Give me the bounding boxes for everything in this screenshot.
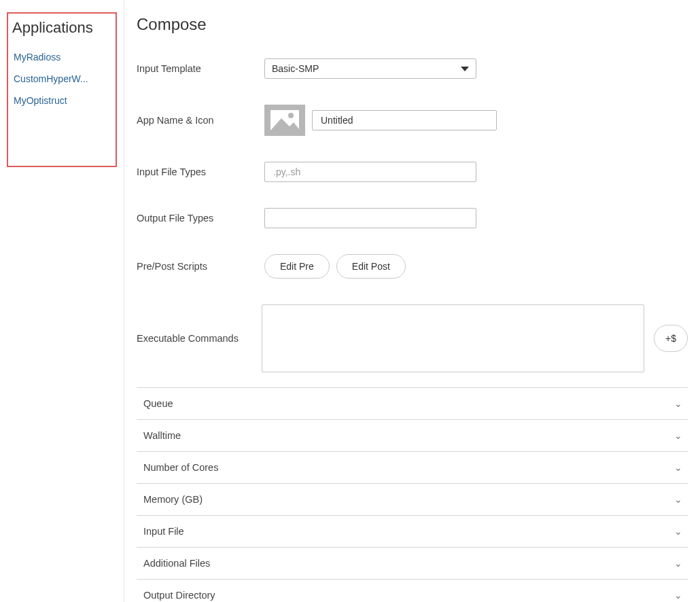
edit-post-button[interactable]: Edit Post [336, 254, 406, 279]
chevron-down-icon: ⌄ [674, 526, 682, 537]
label-commands: Executable Commands [137, 333, 252, 344]
chevron-down-icon: ⌄ [674, 590, 682, 601]
row-output-file-types: Output File Types [137, 208, 688, 228]
add-variable-button[interactable]: +$ [654, 325, 688, 352]
output-file-types-input[interactable] [264, 208, 476, 228]
app-icon-upload[interactable] [264, 105, 305, 136]
accordion-output-directory[interactable]: Output Directory ⌄ [137, 580, 688, 602]
sidebar: Applications MyRadioss CustomHyperW... M… [0, 0, 124, 602]
accordion-label: Queue [143, 398, 173, 409]
main-content: Compose Input Template Basic-SMP App Nam… [124, 0, 700, 602]
sidebar-item-myoptistruct[interactable]: MyOptistruct [12, 90, 111, 111]
label-input-template: Input Template [137, 63, 264, 74]
chevron-down-icon: ⌄ [674, 494, 682, 505]
row-input-template: Input Template Basic-SMP [137, 58, 688, 79]
row-commands: Executable Commands +$ [137, 304, 688, 372]
label-app-name: App Name & Icon [137, 115, 264, 126]
applications-list: MyRadioss CustomHyperW... MyOptistruct [12, 46, 111, 111]
accordion-label: Number of Cores [143, 462, 218, 473]
input-file-types-input[interactable] [264, 162, 476, 182]
accordion-cores[interactable]: Number of Cores ⌄ [137, 452, 688, 484]
accordion-label: Walltime [143, 430, 181, 441]
accordion-label: Output Directory [143, 590, 215, 601]
chevron-down-icon: ⌄ [674, 462, 682, 473]
label-scripts: Pre/Post Scripts [137, 261, 264, 272]
row-input-file-types: Input File Types [137, 162, 688, 182]
label-input-file-types: Input File Types [137, 166, 264, 177]
accordion-walltime[interactable]: Walltime ⌄ [137, 420, 688, 452]
row-app-name: App Name & Icon [137, 105, 688, 136]
edit-pre-button[interactable]: Edit Pre [264, 254, 330, 279]
sidebar-item-myradioss[interactable]: MyRadioss [12, 46, 111, 68]
chevron-down-icon: ⌄ [674, 558, 682, 569]
input-template-select[interactable]: Basic-SMP [264, 58, 476, 79]
executable-commands-textarea[interactable] [262, 304, 644, 372]
label-output-file-types: Output File Types [137, 213, 264, 224]
input-template-value: Basic-SMP [272, 63, 319, 74]
accordion-label: Additional Files [143, 558, 210, 569]
sidebar-item-customhyperw[interactable]: CustomHyperW... [12, 68, 111, 90]
accordion-input-file[interactable]: Input File ⌄ [137, 516, 688, 548]
accordion-queue[interactable]: Queue ⌄ [137, 388, 688, 420]
page-title: Compose [137, 15, 688, 34]
accordion-group: Queue ⌄ Walltime ⌄ Number of Cores ⌄ Mem… [137, 387, 688, 602]
image-placeholder-icon [268, 107, 302, 133]
accordion-memory[interactable]: Memory (GB) ⌄ [137, 484, 688, 516]
accordion-additional-files[interactable]: Additional Files ⌄ [137, 548, 688, 580]
row-scripts: Pre/Post Scripts Edit Pre Edit Post [137, 254, 688, 279]
chevron-down-icon: ⌄ [674, 398, 682, 409]
app-name-input[interactable] [312, 110, 497, 130]
applications-highlight-box: Applications MyRadioss CustomHyperW... M… [7, 12, 117, 167]
chevron-down-icon: ⌄ [674, 430, 682, 441]
chevron-down-icon [461, 67, 469, 71]
accordion-label: Memory (GB) [143, 494, 203, 505]
svg-point-2 [288, 113, 294, 118]
sidebar-title: Applications [12, 19, 111, 37]
accordion-label: Input File [143, 526, 184, 537]
